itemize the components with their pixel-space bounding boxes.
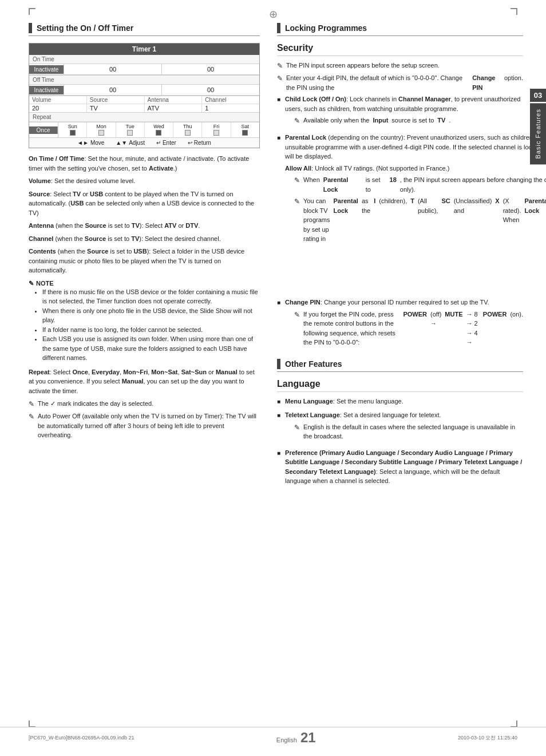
day-thu: Thu [173, 122, 202, 137]
usb-bold2: USB [70, 200, 84, 207]
preference-content: Preference (Primary Audio Language / Sec… [285, 448, 523, 486]
antenna-label: Antenna [145, 96, 203, 104]
note-title: NOTE [36, 280, 54, 287]
footer-date: 2010-03-10 오전 11:25:40 [458, 734, 517, 742]
day-sat: Sat [231, 122, 259, 137]
change-pin-content: Change PIN: Change your personal ID numb… [285, 298, 523, 350]
on-time-val1: 00 [64, 64, 161, 74]
side-tab-label: Basic Features [530, 103, 546, 164]
volume-label: Volume [29, 96, 87, 104]
parental-lock-bold: Parental Lock [285, 134, 326, 141]
change-pin-sub: If you forget the PIN code, press the re… [294, 310, 523, 347]
note-item-1: If there is no music file on the USB dev… [42, 287, 260, 306]
teletext-language-content: Teletext Language: Set a desired languag… [285, 410, 523, 444]
18-bold: 18 [390, 175, 397, 194]
parental-lock-item: Parental Lock (depending on the country)… [277, 133, 523, 293]
menu-language-content: Menu Language: Set the menu language. [285, 397, 403, 406]
antenna-val: ATV [145, 104, 203, 112]
nav-adjust-label: Adjust [129, 140, 145, 146]
off-time-val1: 00 [64, 85, 161, 95]
other-features-bar [277, 359, 280, 369]
note-pencil-icon: ✎ [29, 280, 34, 287]
day-sat-label: Sat [232, 124, 259, 129]
other-features-title: Other Features [285, 359, 342, 369]
antenna-para: Antenna (when the Source is set to TV): … [29, 221, 260, 231]
parental-lock-bold4: Parental Lock [524, 196, 546, 291]
source-bold3: Source [85, 235, 106, 242]
right-section-heading: Locking Programmes [277, 23, 523, 36]
right-column: Locking Programmes Security The PIN inpu… [277, 23, 523, 490]
off-time-row: Inactivate 00 00 [29, 85, 259, 96]
atv-bold: ATV [164, 222, 176, 229]
columns: Setting the On / Off Timer Timer 1 On Ti… [0, 23, 546, 490]
nav-enter-label: Enter [163, 140, 176, 146]
left-section-heading: Setting the On / Off Timer [29, 23, 260, 36]
channel-label: Channel [202, 96, 259, 104]
on-time-val2: 00 [161, 64, 259, 74]
contents-para: Contents (when the Source is set to USB)… [29, 247, 260, 275]
parental-sub-1: When Parental Lock is set to 18, the PIN… [294, 175, 546, 194]
power-bold2: POWER [483, 310, 507, 347]
tv-bold-sub: TV [437, 116, 445, 126]
volume-bold: Volume [29, 177, 51, 184]
usb-bold3: USB [133, 248, 147, 255]
page-number: English 21 [276, 731, 316, 745]
corner-mark-tl [29, 8, 35, 15]
teletext-sub: English is the default in cases where th… [294, 422, 523, 441]
manual-bold: Manual [216, 369, 238, 375]
satsun-bold: Sat~Sun [181, 369, 207, 375]
on-time-btn[interactable]: Inactivate [29, 65, 64, 74]
channel-manager-bold: Channel Manager [398, 96, 451, 102]
off-time-btn[interactable]: Inactivate [29, 86, 64, 94]
nav-enter: ↵ Enter [156, 140, 176, 146]
nav-return: ↩ Return [188, 140, 211, 146]
nav-move: ◄► Move [77, 140, 104, 146]
dtv-bold: DTV [185, 222, 198, 229]
x-bold: X [495, 196, 499, 291]
source-label: Source [87, 96, 145, 104]
mute-bold: MUTE [445, 310, 462, 347]
change-pin-bold: Change PIN [285, 299, 321, 306]
left-column: Setting the On / Off Timer Timer 1 On Ti… [29, 23, 260, 490]
footer-file: [PC670_W-Euro]BN68-02695A-00L09.indb 21 [29, 735, 134, 741]
allow-all-para: Allow All: Unlock all TV ratings. (Not s… [285, 164, 546, 173]
source-bold: Source [29, 191, 50, 197]
power-bold: POWER [403, 310, 427, 347]
repeat-btn[interactable]: Once [29, 126, 58, 134]
off-time-val2: 00 [161, 85, 259, 95]
nav-move-icon: ◄► [77, 140, 89, 146]
nav-enter-icon: ↵ [156, 140, 161, 146]
footer-number: 21 [300, 731, 316, 745]
side-tab-number: 03 [530, 89, 546, 102]
source-para: Source: Select TV or USB content to be p… [29, 189, 260, 218]
sc-bold: SC [441, 196, 450, 291]
allow-all-bold: Allow All [285, 165, 311, 172]
on-off-time-bold: On Time / Off Time [29, 155, 84, 162]
vol-src-ant-ch-labels: Volume Source Antenna Channel [29, 96, 259, 104]
footer-language: English [276, 737, 297, 743]
day-thu-label: Thu [174, 124, 201, 129]
corner-mark-tr [511, 8, 517, 15]
day-mon-label: Mon [88, 124, 114, 129]
day-wed: Wed [145, 122, 173, 137]
note-label: ✎ NOTE [29, 280, 260, 287]
security-features: Child Lock (Off / On): Lock channels in … [277, 94, 523, 350]
parental-lock-bold2: Parental Lock [323, 175, 362, 194]
channel-para: Channel (when the Source is set to TV): … [29, 234, 260, 244]
note-section: ✎ NOTE If there is no music file on the … [29, 280, 260, 363]
repeat-para: Repeat: Select Once, Everyday, Mon~Fri, … [29, 367, 260, 396]
usb-bold: USB [90, 191, 103, 197]
day-fri: Fri [202, 122, 231, 137]
nav-bar: ◄► Move ▲▼ Adjust ↵ Enter ↩ Return [29, 137, 259, 148]
day-fri-square [213, 130, 219, 136]
other-features-heading: Other Features [277, 359, 523, 372]
antenna-bold: Antenna [29, 222, 54, 229]
day-cells: Sun Mon Tue Wed [58, 122, 259, 137]
right-section-heading-bar [277, 23, 280, 33]
monsat-bold: Mon~Sat [151, 369, 177, 375]
channel-val: 1 [202, 104, 259, 112]
note-list: If there is no music file on the USB dev… [29, 287, 260, 363]
child-lock-content: Child Lock (Off / On): Lock channels in … [285, 94, 523, 128]
nav-adjust-icon: ▲▼ [116, 140, 127, 146]
language-features: Menu Language: Set the menu language. Te… [277, 397, 523, 486]
